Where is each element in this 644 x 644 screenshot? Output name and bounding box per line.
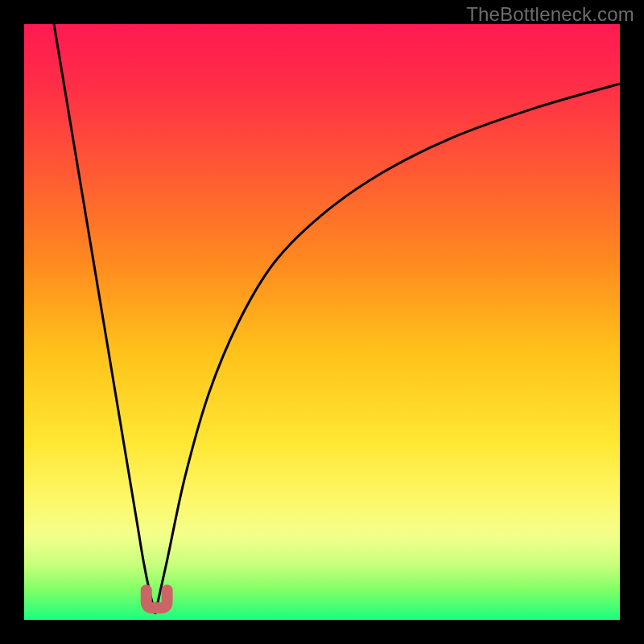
min-marker-icon bbox=[147, 590, 167, 608]
watermark-text: TheBottleneck.com bbox=[466, 3, 634, 26]
curve-right-branch bbox=[155, 84, 620, 614]
chart-frame: TheBottleneck.com bbox=[0, 0, 644, 644]
curve-left-branch bbox=[54, 24, 155, 614]
curve-overlay bbox=[24, 24, 620, 620]
plot-area bbox=[24, 24, 620, 620]
